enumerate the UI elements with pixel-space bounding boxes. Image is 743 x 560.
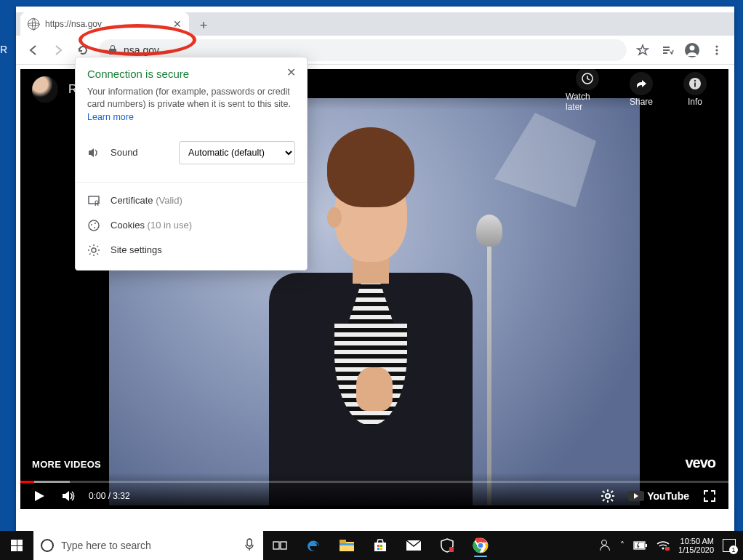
svg-rect-52: [377, 548, 379, 550]
security-button[interactable]: [430, 531, 464, 560]
reading-list-button[interactable]: [656, 39, 679, 62]
cookies-row[interactable]: Cookies (10 in use): [76, 213, 307, 238]
wifi-icon[interactable]: [656, 540, 670, 551]
svg-rect-47: [340, 540, 346, 543]
svg-point-29: [89, 220, 99, 231]
sound-select[interactable]: Automatic (default): [179, 141, 295, 164]
svg-line-22: [611, 500, 614, 502]
cortana-icon: [41, 539, 54, 552]
svg-rect-50: [377, 545, 379, 547]
svg-point-63: [662, 548, 664, 550]
svg-line-41: [97, 246, 99, 247]
battery-icon[interactable]: [633, 541, 648, 550]
new-tab-button[interactable]: +: [193, 15, 214, 36]
channel-avatar[interactable]: [32, 76, 58, 103]
back-button[interactable]: [22, 39, 45, 62]
watch-later-button[interactable]: Watch later: [566, 69, 609, 112]
info-icon: [683, 72, 707, 95]
svg-point-31: [95, 223, 96, 224]
info-button[interactable]: Info: [673, 72, 717, 107]
svg-point-33: [92, 248, 96, 252]
tab-strip: https://nsa.gov ✕ +: [16, 12, 734, 36]
certificate-label: Certificate: [111, 195, 153, 206]
tab-close-button[interactable]: ✕: [173, 18, 182, 30]
share-label: Share: [630, 97, 653, 107]
site-settings-label: Site settings: [111, 244, 295, 255]
taskbar: Type here to search ˄ 10:50 AM 1/15/2020: [0, 531, 743, 560]
svg-rect-64: [665, 547, 670, 551]
popup-close-button[interactable]: ✕: [284, 65, 298, 79]
volume-button[interactable]: [60, 487, 77, 505]
profile-button[interactable]: [680, 39, 704, 62]
connection-secure-body: Your information (for example, passwords…: [76, 83, 307, 111]
play-button[interactable]: [31, 487, 48, 505]
svg-rect-44: [273, 542, 279, 549]
certificate-row[interactable]: Certificate (Valid): [76, 182, 307, 213]
more-videos-label[interactable]: MORE VIDEOS: [32, 459, 101, 470]
svg-point-11: [715, 52, 718, 55]
cookies-icon: [87, 219, 100, 232]
tab-title: https://nsa.gov: [45, 19, 167, 29]
svg-rect-45: [281, 542, 286, 549]
taskbar-search[interactable]: Type here to search: [33, 531, 263, 560]
share-button[interactable]: Share: [619, 72, 663, 107]
chrome-button[interactable]: [464, 531, 497, 560]
mail-button[interactable]: [397, 531, 430, 560]
store-button[interactable]: [364, 531, 397, 560]
svg-line-21: [603, 491, 605, 493]
watch-later-label: Watch later: [566, 92, 609, 112]
taskbar-time: 10:50 AM: [678, 537, 714, 545]
svg-rect-42: [247, 539, 252, 546]
svg-point-32: [94, 227, 95, 228]
svg-rect-51: [380, 545, 382, 547]
taskbar-clock[interactable]: 10:50 AM 1/15/2020: [678, 537, 714, 554]
svg-line-24: [611, 491, 614, 493]
browser-tab[interactable]: https://nsa.gov ✕: [20, 12, 189, 36]
learn-more-link[interactable]: Learn more: [76, 111, 307, 132]
svg-rect-53: [380, 548, 382, 550]
video-bottom-overlay: 0:00 / 3:32 YouTube: [20, 473, 728, 509]
time-display: 0:00 / 3:32: [89, 491, 130, 501]
tray-chevron-icon[interactable]: ˄: [620, 540, 624, 551]
info-label: Info: [688, 97, 702, 107]
video-controls: 0:00 / 3:32 YouTube: [20, 483, 728, 509]
mic-icon[interactable]: [243, 538, 256, 551]
bookmark-star-button[interactable]: [631, 39, 654, 62]
gear-icon: [87, 244, 100, 257]
cookies-note: (10 in use): [148, 220, 192, 231]
share-icon: [630, 72, 653, 95]
svg-point-8: [690, 45, 695, 50]
action-center-button[interactable]: [723, 539, 736, 552]
search-placeholder: Type here to search: [61, 540, 151, 551]
file-explorer-button[interactable]: [330, 531, 364, 560]
start-button[interactable]: [0, 531, 33, 560]
sound-row: Sound Automatic (default): [76, 132, 307, 177]
lock-icon[interactable]: [108, 45, 118, 55]
certificate-note: (Valid): [156, 195, 182, 206]
edge-button[interactable]: [297, 531, 330, 560]
background-letter: R: [0, 44, 7, 55]
svg-rect-25: [89, 196, 99, 204]
vevo-logo: vevo: [685, 455, 715, 471]
clock-icon: [576, 69, 599, 90]
youtube-logo-button[interactable]: YouTube: [628, 490, 689, 502]
cookies-label: Cookies: [111, 220, 145, 231]
svg-line-39: [97, 253, 99, 255]
site-settings-row[interactable]: Site settings: [76, 238, 307, 270]
svg-line-23: [603, 500, 605, 502]
svg-line-40: [89, 253, 91, 255]
svg-rect-48: [340, 543, 354, 545]
people-icon[interactable]: [600, 540, 611, 551]
svg-rect-62: [635, 543, 644, 548]
url-text: nsa.gov: [124, 44, 159, 56]
svg-point-14: [694, 80, 696, 82]
menu-button[interactable]: [705, 39, 728, 62]
task-view-button[interactable]: [263, 531, 297, 560]
svg-rect-61: [646, 544, 647, 547]
forward-button[interactable]: [47, 39, 70, 62]
fullscreen-button[interactable]: [701, 487, 718, 505]
globe-icon: [28, 18, 39, 30]
settings-button[interactable]: [599, 487, 617, 505]
system-tray: ˄ 10:50 AM 1/15/2020: [593, 531, 743, 560]
youtube-icon: [628, 491, 644, 501]
